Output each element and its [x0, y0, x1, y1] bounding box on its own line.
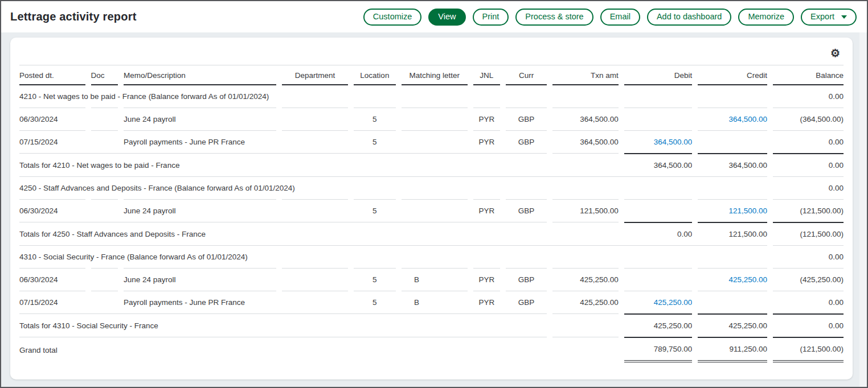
totals-row: Totals for 4210 - Net wages to be paid -…	[19, 153, 844, 176]
process-store-button-label: Process & store	[525, 13, 583, 21]
cell-doc	[91, 199, 118, 222]
cell-doc	[91, 291, 118, 313]
section-row: 4310 - Social Security - France (Balance…	[19, 245, 844, 268]
cell-posted: 06/30/2024	[19, 268, 85, 291]
cell-memo: June 24 payroll	[124, 268, 276, 291]
column-header-doc: Doc	[91, 65, 118, 85]
data-row: 06/30/2024June 24 payroll5PYRGBP364,500.…	[19, 108, 844, 130]
cell-credit: 425,250.00	[698, 313, 767, 337]
totals-row: Totals for 4250 - Staff Advances and Dep…	[19, 222, 844, 245]
process-store-button[interactable]: Process & store	[515, 9, 593, 26]
cell-credit: 121,500.00	[698, 222, 767, 245]
credit-amount-link[interactable]: 425,250.00	[729, 275, 768, 284]
cell-balance: 0.00	[773, 85, 844, 108]
customize-button[interactable]: Customize	[363, 9, 422, 26]
cell-txn: 364,500.00	[552, 108, 619, 130]
cell-txn	[552, 222, 619, 245]
cell-debit	[624, 268, 693, 291]
report-card: Posted dt.DocMemo/DescriptionDepartmentL…	[10, 38, 853, 379]
totals-label: Totals for 4250 - Staff Advances and Dep…	[19, 222, 547, 245]
cell-credit: 911,250.00	[698, 337, 767, 362]
cell-credit: 425,250.00	[698, 268, 767, 291]
print-button[interactable]: Print	[473, 9, 509, 26]
view-button[interactable]: View	[428, 9, 465, 26]
lettrage-activity-table: Posted dt.DocMemo/DescriptionDepartmentL…	[14, 65, 849, 362]
cell-curr: GBP	[506, 130, 547, 153]
cell-balance: (364,500.00)	[773, 108, 844, 130]
cell-debit: 0.00	[624, 222, 693, 245]
cell-doc	[91, 108, 118, 130]
cell-debit: 425,250.00	[624, 291, 693, 313]
cell-credit: 121,500.00	[698, 199, 767, 222]
cell-location: 5	[354, 108, 396, 130]
column-header-location: Location	[354, 65, 396, 85]
memorize-button-label: Memorize	[748, 13, 784, 21]
email-button[interactable]: Email	[600, 9, 640, 26]
caret-down-icon	[841, 15, 847, 19]
cell-credit: 364,500.00	[698, 108, 767, 130]
cell-credit: 364,500.00	[698, 153, 767, 176]
gear-icon[interactable]	[830, 48, 840, 59]
cell-debit: 364,500.00	[624, 130, 693, 153]
column-header-credit: Credit	[698, 65, 767, 85]
totals-label: Totals for 4210 - Net wages to be paid -…	[19, 153, 547, 176]
section-row: 4250 - Staff Advances and Deposits - Fra…	[19, 176, 844, 199]
cell-balance: (121,500.00)	[773, 199, 844, 222]
column-header-debit: Debit	[624, 65, 693, 85]
credit-amount-link[interactable]: 364,500.00	[729, 115, 768, 123]
print-button-label: Print	[482, 13, 499, 21]
memorize-button[interactable]: Memorize	[738, 9, 794, 26]
cell-location: 5	[354, 268, 396, 291]
column-header-txn: Txn amt	[552, 65, 619, 85]
cell-department	[282, 199, 348, 222]
cell-curr: GBP	[506, 108, 547, 130]
section-header-label: 4210 - Net wages to be paid - France (Ba…	[19, 85, 767, 108]
cell-txn: 425,250.00	[552, 291, 619, 313]
section-header-label: 4250 - Staff Advances and Deposits - Fra…	[19, 176, 767, 199]
customize-button-label: Customize	[373, 13, 412, 21]
cell-txn	[552, 153, 619, 176]
cell-department	[282, 130, 348, 153]
cell-txn: 364,500.00	[552, 130, 619, 153]
cell-jnl: PYR	[473, 130, 500, 153]
vertical-scrollbar[interactable]	[859, 32, 867, 387]
cell-matching	[402, 199, 468, 222]
debit-amount-link[interactable]: 425,250.00	[654, 298, 693, 307]
cell-balance: (121,500.00)	[773, 222, 844, 245]
cell-debit: 364,500.00	[624, 153, 693, 176]
column-header-department: Department	[282, 65, 348, 85]
cell-jnl: PYR	[473, 291, 500, 313]
cell-memo: Payroll payments - June PR France	[124, 291, 276, 313]
cell-location: 5	[354, 130, 396, 153]
export-button[interactable]: Export	[801, 9, 857, 26]
cell-jnl: PYR	[473, 199, 500, 222]
cell-jnl: PYR	[473, 108, 500, 130]
cell-posted: 07/15/2024	[19, 291, 85, 313]
data-row: 06/30/2024June 24 payroll5PYRGBP121,500.…	[19, 199, 844, 222]
cell-balance: 0.00	[773, 130, 844, 153]
page-title: Lettrage activity report	[10, 10, 137, 23]
report-action-toolbar: CustomizeViewPrintProcess & storeEmailAd…	[363, 9, 857, 26]
cell-curr: GBP	[506, 268, 547, 291]
grand-total-label: Grand total	[19, 337, 547, 362]
add-to-dashboard-button[interactable]: Add to dashboard	[647, 9, 731, 26]
cell-location: 5	[354, 199, 396, 222]
cell-balance: 0.00	[773, 291, 844, 313]
data-row: 07/15/2024Payroll payments - June PR Fra…	[19, 130, 844, 153]
cell-debit	[624, 108, 693, 130]
cell-posted: 06/30/2024	[19, 199, 85, 222]
cell-doc	[91, 268, 118, 291]
grand-row: Grand total789,750.00911,250.00(121,500.…	[19, 337, 844, 362]
cell-txn	[552, 313, 619, 337]
cell-credit	[698, 130, 767, 153]
cell-debit: 789,750.00	[624, 337, 693, 362]
debit-amount-link[interactable]: 364,500.00	[654, 138, 693, 146]
totals-row: Totals for 4310 - Social Security - Fran…	[19, 313, 844, 337]
cell-debit	[624, 199, 693, 222]
credit-amount-link[interactable]: 121,500.00	[729, 207, 768, 215]
email-button-label: Email	[610, 13, 630, 21]
cell-posted: 07/15/2024	[19, 130, 85, 153]
cell-curr: GBP	[506, 199, 547, 222]
cell-matching: B	[402, 268, 468, 291]
column-header-posted: Posted dt.	[19, 65, 85, 85]
